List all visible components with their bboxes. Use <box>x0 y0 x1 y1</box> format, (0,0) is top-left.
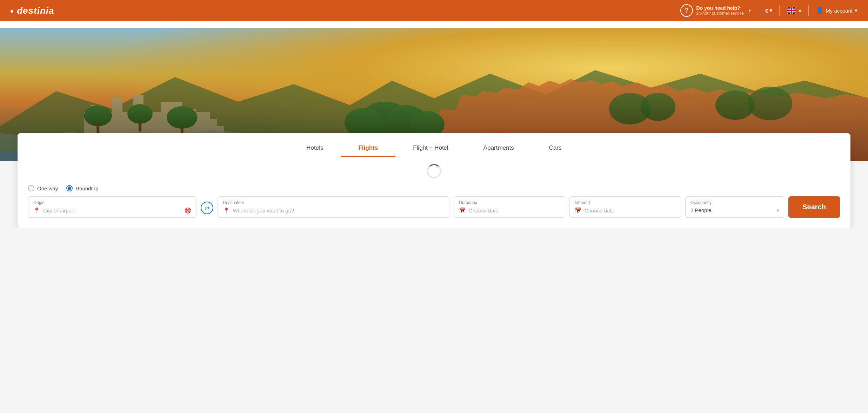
outbound-calendar-icon: 📅 <box>459 207 466 214</box>
roundtrip-option[interactable]: Roundtrip <box>66 185 98 191</box>
main-header: Destinia ? Do you need help? 24-hour cus… <box>0 0 868 21</box>
help-chevron-icon: ▾ <box>749 8 751 13</box>
destination-input-row: 📍 <box>223 207 444 214</box>
help-title: Do you need help? <box>696 5 744 11</box>
tab-cars[interactable]: Cars <box>532 140 579 157</box>
header-divider-1 <box>758 5 758 16</box>
svg-rect-12 <box>96 123 99 133</box>
tab-hotels[interactable]: Hotels <box>289 140 341 157</box>
header-divider-2 <box>779 5 780 16</box>
hero-container: Hotels Flights Flight + Hotel Apartments… <box>0 28 868 228</box>
loading-area <box>18 157 850 182</box>
origin-label: Origin <box>33 200 191 205</box>
destination-pin-icon: 📍 <box>223 207 230 214</box>
outbound-field[interactable]: Outbound 📅 Choose date <box>454 196 565 218</box>
origin-field: Origin 📍 🎯 <box>28 196 196 218</box>
language-selector[interactable]: ▾ <box>787 7 801 14</box>
flag-uk-icon <box>787 7 796 14</box>
search-form: Origin 📍 🎯 ⇄ Destination <box>18 196 850 218</box>
one-way-radio[interactable] <box>28 185 34 191</box>
search-panel: Hotels Flights Flight + Hotel Apartments… <box>18 133 850 228</box>
outbound-label: Outbound <box>459 200 560 205</box>
currency-chevron-icon: ▾ <box>769 7 772 14</box>
destination-label: Destination <box>223 200 444 205</box>
logo-dot <box>11 10 13 13</box>
inbound-date-row: 📅 Choose date <box>575 207 676 214</box>
help-subtitle: 24-hour customer service <box>696 11 744 16</box>
trip-type-selector: One way Roundtrip <box>18 182 850 196</box>
swap-button-wrap: ⇄ <box>201 196 213 218</box>
account-label: My account <box>826 8 853 14</box>
outbound-date-row: 📅 Choose date <box>459 207 560 214</box>
one-way-option[interactable]: One way <box>28 185 58 191</box>
service-tabs: Hotels Flights Flight + Hotel Apartments… <box>18 133 850 157</box>
account-chevron-icon: ▾ <box>855 7 857 14</box>
tab-flight-hotel[interactable]: Flight + Hotel <box>395 140 466 157</box>
tab-apartments[interactable]: Apartments <box>466 140 532 157</box>
tab-flights[interactable]: Flights <box>341 140 395 157</box>
origin-input-row: 📍 🎯 <box>33 207 191 214</box>
currency-symbol: € <box>765 8 768 14</box>
inbound-date-placeholder: Choose date <box>585 208 614 214</box>
svg-point-10 <box>127 104 153 124</box>
header-right: ? Do you need help? 24-hour customer ser… <box>680 4 857 17</box>
destination-field: Destination 📍 <box>218 196 449 218</box>
destination-input[interactable] <box>233 208 444 214</box>
occupancy-select[interactable]: 1 Person 2 People 3 People 4 People 5 Pe… <box>690 207 777 213</box>
one-way-label: One way <box>37 185 58 191</box>
svg-rect-13 <box>139 121 141 131</box>
svg-point-20 <box>641 93 676 121</box>
roundtrip-label: Roundtrip <box>75 185 98 191</box>
occupancy-chevron-icon: ▾ <box>777 208 779 213</box>
swap-button[interactable]: ⇄ <box>201 202 213 214</box>
svg-point-22 <box>748 87 793 120</box>
account-icon: 👤 <box>816 7 823 14</box>
header-divider-3 <box>808 5 809 16</box>
location-target-icon[interactable]: 🎯 <box>184 207 191 214</box>
search-button[interactable]: Search <box>788 196 840 218</box>
logo: Destinia <box>11 5 54 16</box>
inbound-field[interactable]: Inbound 📅 Choose date <box>569 196 681 218</box>
search-panel-wrapper: Hotels Flights Flight + Hotel Apartments… <box>0 133 868 228</box>
occupancy-label: Occupancy <box>690 200 779 205</box>
occupancy-row: 1 Person 2 People 3 People 4 People 5 Pe… <box>690 207 779 213</box>
inbound-calendar-icon: 📅 <box>575 207 582 214</box>
lang-chevron-icon: ▾ <box>799 7 801 14</box>
origin-input[interactable] <box>43 208 181 214</box>
inbound-label: Inbound <box>575 200 676 205</box>
location-pin-icon: 📍 <box>33 207 40 214</box>
roundtrip-radio[interactable] <box>66 185 73 191</box>
help-icon: ? <box>680 4 693 17</box>
currency-selector[interactable]: € ▾ <box>765 7 772 14</box>
help-button[interactable]: ? Do you need help? 24-hour customer ser… <box>680 4 751 17</box>
account-button[interactable]: 👤 My account ▾ <box>816 7 857 14</box>
occupancy-field: Occupancy 1 Person 2 People 3 People 4 P… <box>685 196 784 218</box>
outbound-date-placeholder: Choose date <box>469 208 499 214</box>
loading-spinner <box>427 164 441 178</box>
svg-rect-8 <box>787 10 796 11</box>
help-text: Do you need help? 24-hour customer servi… <box>696 5 744 16</box>
logo-text: Destinia <box>17 5 54 16</box>
header-white-bar <box>0 21 868 28</box>
